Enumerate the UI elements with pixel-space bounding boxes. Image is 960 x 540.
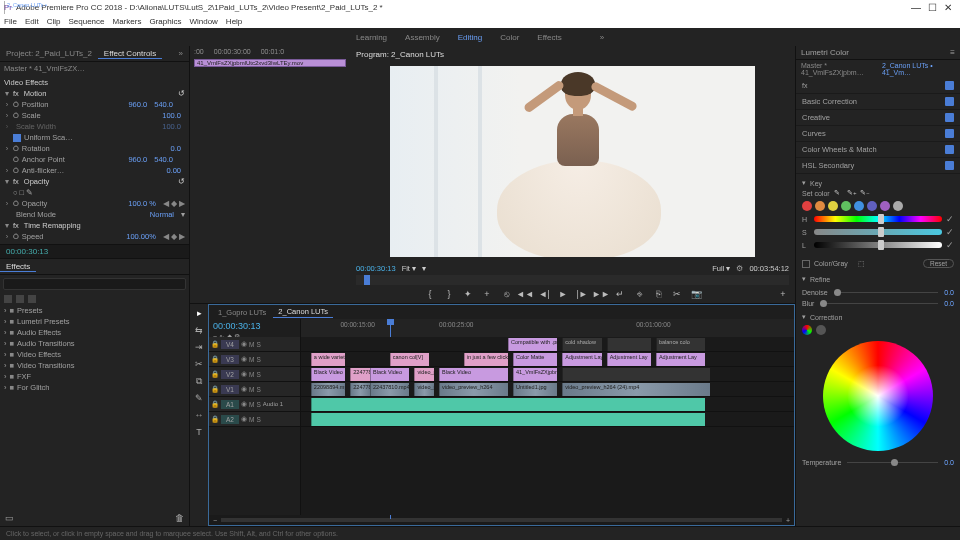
slip-tool-icon[interactable]: ⧉: [193, 376, 205, 388]
motion-header[interactable]: Motion: [24, 89, 47, 98]
color-swatch[interactable]: [841, 201, 851, 211]
timeline-clip[interactable]: canon col[V]: [390, 353, 429, 366]
twirl-icon[interactable]: ▾: [4, 221, 10, 230]
fx-badge-icon[interactable]: [16, 295, 24, 303]
workspace-overflow-icon[interactable]: »: [600, 33, 604, 42]
opacity-value[interactable]: 100.0 %: [128, 199, 156, 208]
lumetri-clip[interactable]: 2_Canon LUTs • 41_Vm…: [882, 62, 955, 76]
invert-icon[interactable]: ⬚: [858, 260, 865, 268]
denoise-slider[interactable]: [834, 292, 939, 293]
timeline-clip[interactable]: Adjustment Lay: [562, 353, 601, 366]
temperature-value[interactable]: 0.0: [944, 459, 954, 466]
program-monitor[interactable]: [390, 66, 755, 257]
track-row[interactable]: a wide varietycanon col[V]in just a few …: [301, 352, 794, 367]
source-clip-bar[interactable]: 41_VmlFsZXjpbmlUtc2xvd3IwLTEy.mov: [194, 59, 346, 67]
section-hsl[interactable]: HSL Secondary: [802, 161, 854, 170]
program-scrub-bar[interactable]: [356, 275, 789, 285]
fit-dropdown[interactable]: Fit ▾: [402, 264, 416, 273]
timeline-clip[interactable]: 22437810.mp4: [370, 383, 409, 396]
type-tool-icon[interactable]: T: [193, 427, 205, 439]
mark-in-icon[interactable]: {: [424, 288, 436, 300]
sequence-tab-active[interactable]: 2_Canon LUTs: [273, 306, 333, 318]
new-bin-icon[interactable]: ▭: [5, 513, 14, 523]
denoise-value[interactable]: 0.0: [944, 289, 954, 296]
track-row[interactable]: Black Video22477894.mp4Black Videovideo_…: [301, 367, 794, 382]
track-lock-icon[interactable]: 🔒: [211, 370, 219, 378]
zoom-dropdown[interactable]: ▾: [422, 264, 426, 273]
twirl-icon[interactable]: ▾: [4, 89, 10, 98]
wheel-mode-icon[interactable]: [802, 325, 812, 335]
anchor-y[interactable]: 540.0: [154, 155, 173, 164]
timeline-clip[interactable]: video_preview_h264 (24).mp4: [562, 383, 710, 396]
color-swatch[interactable]: [854, 201, 864, 211]
timeline-clip[interactable]: video_preview: [414, 368, 434, 381]
effect-clip-label[interactable]: 2_Canon LUTs •: [4, 1, 49, 14]
lift-icon[interactable]: ⎆: [633, 288, 645, 300]
timeline-clip[interactable]: in just a few click: [464, 353, 508, 366]
mark-out-icon[interactable]: }: [443, 288, 455, 300]
track-target[interactable]: V3: [221, 355, 239, 364]
menu-markers[interactable]: Markers: [113, 17, 142, 26]
timeline-clip[interactable]: [607, 338, 651, 351]
button-editor-icon[interactable]: +: [777, 288, 789, 300]
antiflicker-value[interactable]: 0.00: [166, 166, 181, 175]
timeline-clip[interactable]: Adjustment Lay: [607, 353, 651, 366]
timeline-clip[interactable]: [311, 398, 705, 411]
section-wheels[interactable]: Color Wheels & Match: [802, 145, 877, 154]
track-lock-icon[interactable]: 🔒: [211, 415, 219, 423]
track-target[interactable]: A1: [221, 400, 239, 409]
camera-icon[interactable]: 📷: [690, 288, 702, 300]
track-target[interactable]: V2: [221, 370, 239, 379]
timeline-clip[interactable]: [562, 368, 710, 381]
section-basic[interactable]: Basic Correction: [802, 97, 857, 106]
timeline-clip[interactable]: cold shadow: [562, 338, 601, 351]
color-swatch[interactable]: [802, 201, 812, 211]
menu-clip[interactable]: Clip: [47, 17, 61, 26]
track-toggle-icon[interactable]: ◉: [241, 355, 247, 363]
effects-item[interactable]: Presets: [17, 306, 42, 315]
timeline-timecode[interactable]: 00:00:30:13: [213, 321, 296, 331]
fx-badge-icon[interactable]: [4, 295, 12, 303]
color-gray-checkbox[interactable]: [802, 260, 810, 268]
tab-effect-controls[interactable]: Effect Controls: [98, 49, 162, 59]
track-row[interactable]: [301, 397, 794, 412]
timeline-clip[interactable]: 22098894.mp4: [311, 383, 346, 396]
pen-tool-icon[interactable]: ✎: [193, 393, 205, 405]
section-creative[interactable]: Creative: [802, 113, 830, 122]
track-toggle-icon[interactable]: ◉: [241, 400, 247, 408]
menu-graphics[interactable]: Graphics: [149, 17, 181, 26]
effects-item[interactable]: Audio Transitions: [17, 339, 75, 348]
section-curves[interactable]: Curves: [802, 129, 826, 138]
section-checkbox[interactable]: [945, 145, 954, 154]
timeline-clip[interactable]: Black Video: [370, 368, 409, 381]
step-fwd-icon[interactable]: ►►: [595, 288, 607, 300]
track-row[interactable]: [301, 412, 794, 427]
color-swatch[interactable]: [893, 201, 903, 211]
effects-item[interactable]: Video Transitions: [17, 361, 74, 370]
wheel-mode-alt-icon[interactable]: [816, 325, 826, 335]
track-target[interactable]: A2: [221, 415, 239, 424]
effects-item[interactable]: Audio Effects: [17, 328, 61, 337]
effects-item[interactable]: For Glitch: [17, 383, 50, 392]
twirl-icon[interactable]: ▾: [4, 177, 10, 186]
color-wheel[interactable]: [823, 341, 933, 451]
blend-value[interactable]: Normal: [150, 210, 174, 219]
color-swatch[interactable]: [867, 201, 877, 211]
reset-icon[interactable]: ↺: [178, 177, 185, 186]
section-checkbox[interactable]: [945, 97, 954, 106]
track-row[interactable]: 22098894.mp422477894.mp422437810.mp4vide…: [301, 382, 794, 397]
reset-icon[interactable]: ↺: [178, 89, 185, 98]
timeline-clip[interactable]: [311, 413, 705, 426]
trash-icon[interactable]: 🗑: [175, 513, 184, 523]
reset-button[interactable]: Reset: [923, 259, 954, 268]
position-x[interactable]: 960.0: [128, 100, 147, 109]
effect-timecode[interactable]: 00:00:30:13: [6, 247, 48, 256]
anchor-x[interactable]: 960.0: [128, 155, 147, 164]
go-out-icon[interactable]: ↵: [614, 288, 626, 300]
color-swatch[interactable]: [828, 201, 838, 211]
scale-value[interactable]: 100.0: [162, 111, 181, 120]
timeline-clip[interactable]: video_preview_h264: [439, 383, 508, 396]
panel-overflow-icon[interactable]: »: [173, 49, 189, 58]
section-checkbox[interactable]: [945, 113, 954, 122]
effects-item[interactable]: Video Effects: [17, 350, 61, 359]
